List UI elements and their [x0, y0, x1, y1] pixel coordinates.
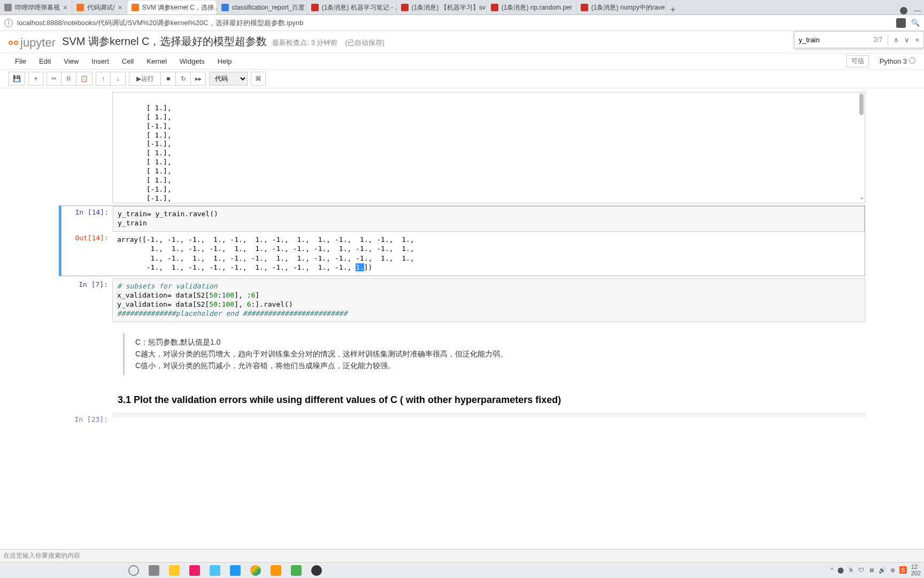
restart-run-all-button[interactable]: ▸▸: [191, 72, 206, 86]
menu-bar: File Edit View Insert Cell Kernel Widget…: [0, 54, 924, 70]
cut-button[interactable]: ✂: [47, 72, 61, 86]
favicon: [76, 4, 84, 11]
browser-tab[interactable]: (1条消息) 机器学习笔记 - ...×: [307, 1, 397, 14]
tab-label: 代码调试/: [87, 3, 114, 12]
run-button[interactable]: ▶ 运行: [129, 72, 161, 86]
browser-tab[interactable]: (1条消息) numpy中的rave×: [576, 1, 666, 14]
menu-widgets[interactable]: Widgets: [173, 57, 211, 65]
browser-tab[interactable]: 哔哩哔哩弹幕视×: [0, 1, 72, 14]
find-close-icon[interactable]: ×: [915, 36, 919, 44]
close-icon[interactable]: ×: [118, 3, 122, 12]
kernel-status-icon: [909, 57, 915, 64]
menu-help[interactable]: Help: [211, 57, 238, 65]
checkpoint-text: 最新检查点: 3 分钟前: [272, 38, 337, 48]
tab-label: (1条消息) numpy中的rave: [591, 3, 665, 12]
favicon: [581, 4, 588, 11]
trusted-badge[interactable]: 可信: [846, 55, 869, 67]
notebook-title[interactable]: SVM 调参kernel C，选择最好的模型超参数: [62, 34, 267, 49]
browser-tab[interactable]: 代码调试/×: [72, 1, 127, 14]
find-count: 2/7: [874, 36, 883, 43]
kernel-name: Python 3: [880, 57, 907, 65]
favicon: [132, 4, 139, 11]
browser-tab[interactable]: (1条消息) np.random.per×: [487, 1, 576, 14]
copy-button[interactable]: ⎘: [61, 72, 76, 86]
kernel-indicator[interactable]: Python 3: [880, 57, 915, 65]
save-button[interactable]: 💾: [9, 72, 25, 86]
divider: [888, 35, 888, 44]
url-text[interactable]: localhost:8888/notebooks/代码调试/SVM%20调参ke…: [17, 18, 303, 28]
menu-cell[interactable]: Cell: [116, 57, 140, 65]
site-info-icon[interactable]: i: [4, 19, 13, 27]
zoom-icon[interactable]: 🔍: [911, 19, 920, 27]
find-input[interactable]: [799, 36, 868, 44]
menu-edit[interactable]: Edit: [33, 57, 57, 65]
extension-icon[interactable]: [896, 18, 906, 28]
find-prev-icon[interactable]: ∧: [894, 36, 899, 44]
address-bar: i localhost:8888/notebooks/代码调试/SVM%20调参…: [0, 15, 924, 31]
close-icon[interactable]: ×: [63, 3, 67, 12]
add-cell-button[interactable]: +: [28, 72, 43, 86]
cell-type-select[interactable]: 代码: [209, 72, 248, 86]
tab-label: (1条消息) 【机器学习】sv: [412, 3, 486, 12]
jupyter-header: jupyter SVM 调参kernel C，选择最好的模型超参数 最新检查点:…: [0, 31, 924, 54]
minimize-icon[interactable]: —: [914, 6, 921, 14]
browser-tab-active[interactable]: SVM 调参kernel C，选择...×: [127, 1, 217, 14]
favicon: [4, 4, 12, 11]
tab-label: (1条消息) np.random.per: [502, 3, 572, 12]
paste-button[interactable]: 📋: [76, 72, 93, 86]
tab-label: 哔哩哔哩弹幕视: [15, 3, 60, 12]
jupyter-logo[interactable]: jupyter: [9, 36, 56, 50]
command-palette-button[interactable]: ⌘: [251, 72, 266, 86]
autosave-text: (已自动保存): [345, 38, 385, 48]
favicon: [401, 4, 409, 11]
move-down-button[interactable]: ↓: [111, 72, 126, 86]
favicon: [311, 4, 319, 11]
interrupt-button[interactable]: ■: [161, 72, 176, 86]
menu-file[interactable]: File: [9, 57, 33, 65]
incognito-icon[interactable]: [900, 7, 907, 14]
menu-insert[interactable]: Insert: [85, 57, 116, 65]
restart-button[interactable]: ↻: [176, 72, 191, 86]
menu-kernel[interactable]: Kernel: [140, 57, 173, 65]
tab-label: (1条消息) 机器学习笔记 - ...: [322, 3, 397, 12]
toolbar: 💾 + ✂ ⎘ 📋 ↑ ↓ ▶ 运行 ■ ↻ ▸▸ 代码 ⌘: [0, 70, 924, 88]
tab-label: classification_report_百度: [232, 3, 305, 12]
browser-tab[interactable]: (1条消息) 【机器学习】sv×: [397, 1, 487, 14]
browser-tab[interactable]: classification_report_百度×: [217, 1, 307, 14]
favicon: [221, 4, 229, 11]
menu-view[interactable]: View: [57, 57, 85, 65]
move-up-button[interactable]: ↑: [96, 72, 111, 86]
find-in-page-bar: 2/7 ∧ ∨ ×: [794, 31, 924, 48]
new-tab-button[interactable]: +: [666, 5, 680, 14]
tab-label: SVM 调参kernel C，选择...: [142, 3, 217, 12]
run-label: 运行: [141, 74, 154, 83]
browser-tab-strip: 哔哩哔哩弹幕视× 代码调试/× SVM 调参kernel C，选择...× cl…: [0, 0, 924, 15]
find-next-icon[interactable]: ∨: [904, 36, 910, 44]
favicon: [491, 4, 498, 11]
